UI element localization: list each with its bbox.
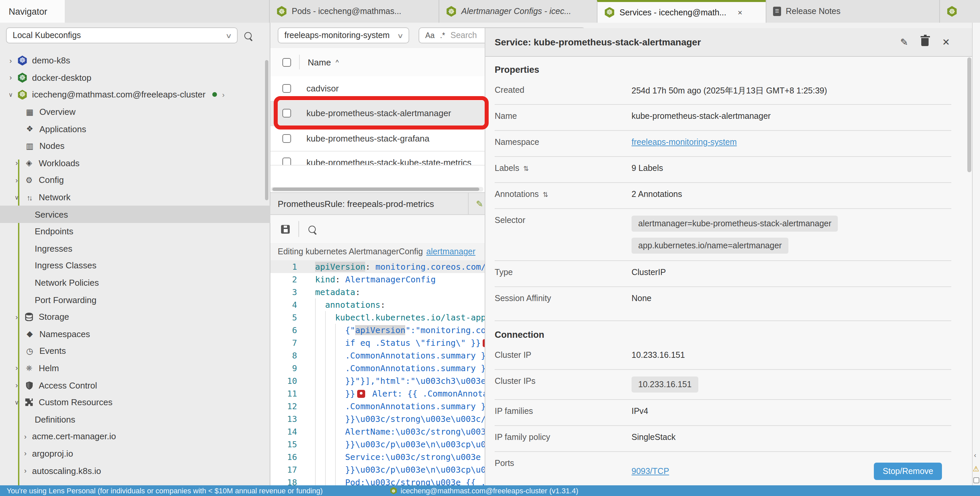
sidebar-item-docker-desktop[interactable]: ›☸docker-desktop bbox=[0, 69, 270, 86]
search-icon[interactable] bbox=[309, 225, 316, 233]
sidebar-item-label: Custom Resources bbox=[39, 397, 113, 407]
code-line-content: apiVersion: monitoring.coreos.com/v1 bbox=[297, 260, 496, 273]
edit-icon[interactable]: ✎ bbox=[900, 37, 908, 48]
sidebar-item-port-forwarding[interactable]: Port Forwarding bbox=[0, 291, 270, 308]
sidebar-item-services[interactable]: Services bbox=[0, 206, 270, 223]
kubeconfig-row: Local Kubeconfigs ∨ bbox=[0, 23, 270, 48]
document-icon: ☰ bbox=[773, 7, 781, 16]
name-column-header[interactable]: Name bbox=[308, 57, 331, 67]
chevron-down-icon: ∨ bbox=[225, 32, 232, 39]
sidebar-item-icecheng-mathmast-com-freeleaps-cluster[interactable]: ∨☸icecheng@mathmast.com@freeleaps-cluste… bbox=[0, 86, 270, 103]
sidebar-item-ingress-classes[interactable]: Ingress Classes bbox=[0, 257, 270, 274]
sidebar-item-workloads[interactable]: ›◈Workloads bbox=[0, 154, 270, 172]
close-icon[interactable]: × bbox=[738, 8, 742, 17]
search-icon[interactable] bbox=[244, 32, 252, 39]
horizontal-scrollbar[interactable] bbox=[271, 187, 483, 192]
tab-alertmanager-configs[interactable]: ☸Alertmanager Configs - icec... bbox=[439, 0, 597, 23]
chevron-down-icon[interactable]: ∨ bbox=[13, 399, 21, 405]
sidebar-item-ingresses[interactable]: Ingresses bbox=[0, 240, 270, 257]
sidebar-item-helm[interactable]: ›⎈Helm bbox=[0, 359, 270, 377]
detail-value-text: 9 Labels bbox=[632, 164, 663, 173]
regex-icon[interactable]: .* bbox=[440, 31, 445, 40]
chevron-right-icon[interactable]: › bbox=[21, 467, 29, 475]
namespace-select-value: freeleaps-monitoring-system bbox=[285, 31, 390, 40]
sidebar-item-access-control[interactable]: ›Access Control bbox=[0, 377, 270, 394]
row-checkbox[interactable] bbox=[282, 84, 291, 93]
sorter-icon[interactable]: ⇅ bbox=[523, 165, 529, 172]
sort-asc-icon[interactable]: ^ bbox=[336, 59, 339, 66]
chevron-right-icon[interactable]: › bbox=[13, 159, 21, 167]
tab-release-notes[interactable]: ☰Release Notes bbox=[766, 0, 939, 23]
chevron-right-icon[interactable]: › bbox=[21, 432, 29, 440]
tab-partial[interactable]: ☸ bbox=[939, 0, 980, 23]
chevron-right-icon[interactable]: › bbox=[13, 313, 21, 321]
chevron-right-icon[interactable]: › bbox=[222, 91, 224, 99]
select-all-checkbox[interactable] bbox=[282, 58, 291, 67]
indent-guide bbox=[335, 425, 345, 438]
chevron-right-icon[interactable]: › bbox=[13, 381, 21, 389]
chevron-right-icon[interactable]: › bbox=[7, 74, 15, 82]
trash-icon[interactable] bbox=[921, 38, 929, 46]
sidebar-item-overview[interactable]: ▦Overview bbox=[0, 103, 270, 121]
save-icon[interactable] bbox=[281, 225, 290, 233]
close-icon[interactable]: ✕ bbox=[942, 37, 950, 48]
indent-guide bbox=[315, 425, 325, 438]
row-checkbox[interactable] bbox=[282, 134, 291, 143]
search-placeholder: Search bbox=[450, 31, 477, 40]
indent-guide bbox=[315, 387, 325, 400]
stop-remove-button[interactable]: Stop/Remove bbox=[874, 463, 942, 480]
sidebar-item-storage[interactable]: ›Storage bbox=[0, 308, 270, 326]
sidebar-item-definitions[interactable]: Definitions bbox=[0, 411, 270, 428]
section-heading-properties: Properties bbox=[495, 56, 951, 79]
detail-label: Created bbox=[495, 86, 632, 95]
editing-resource-link[interactable]: alertmanager bbox=[426, 247, 475, 256]
detail-value: 10.233.16.151 bbox=[632, 377, 698, 393]
row-checkbox[interactable] bbox=[282, 157, 291, 165]
chevron-right-icon[interactable]: › bbox=[7, 57, 15, 65]
indent-guide bbox=[315, 324, 325, 337]
sidebar-scrollbar[interactable] bbox=[265, 60, 268, 200]
sidebar-item-label: Services bbox=[35, 209, 68, 219]
sidebar-item-custom-resources[interactable]: ∨Custom Resources bbox=[0, 394, 270, 411]
sidebar-item-label: autoscaling.k8s.io bbox=[32, 466, 101, 475]
drawer-scrollbar[interactable] bbox=[967, 57, 971, 172]
sidebar-item-label: Config bbox=[39, 175, 64, 185]
port-link[interactable]: 9093/TCP bbox=[632, 467, 669, 476]
chevron-down-icon[interactable]: ∨ bbox=[13, 194, 21, 200]
chevron-right-icon[interactable]: › bbox=[21, 450, 29, 458]
indent-guide bbox=[335, 324, 345, 337]
code-line-content: }}\u003c/strong\u003e\u003c/h3 bbox=[297, 413, 496, 425]
edit-icon[interactable]: ✎ bbox=[476, 199, 483, 208]
chevron-down-icon[interactable]: ∨ bbox=[7, 91, 15, 98]
detail-value: ClusterIP bbox=[632, 268, 666, 277]
sidebar-item-config[interactable]: ›⚙Config bbox=[0, 172, 270, 189]
match-case-icon[interactable]: Aa bbox=[425, 31, 434, 40]
sidebar-item-label: Access Control bbox=[39, 380, 97, 390]
sidebar-item-namespaces[interactable]: ◆Namespaces bbox=[0, 326, 270, 342]
sorter-icon[interactable]: ⇅ bbox=[543, 191, 549, 198]
sidebar-item-argoproj-io[interactable]: ›argoproj.io bbox=[0, 445, 270, 462]
kubernetes-icon: ☸ bbox=[18, 90, 27, 100]
namespace-select[interactable]: freeleaps-monitoring-system ∨ bbox=[278, 27, 409, 43]
namespace-link[interactable]: freeleaps-monitoring-system bbox=[632, 138, 737, 147]
sidebar-item-nodes[interactable]: ▥Nodes bbox=[0, 138, 270, 154]
sidebar-item-events[interactable]: ◷Events bbox=[0, 342, 270, 359]
sidebar-item-demo-k8s[interactable]: ›☸demo-k8s bbox=[0, 52, 270, 69]
code-segment: {" bbox=[345, 325, 355, 335]
sidebar-item-network-policies[interactable]: Network Policies bbox=[0, 274, 270, 291]
tab-pods-icecheng-mathma[interactable]: ☸Pods - icecheng@mathmas... bbox=[269, 0, 439, 23]
chevron-right-icon[interactable]: › bbox=[13, 364, 21, 372]
sidebar-item-network[interactable]: ∨↑↓Network bbox=[0, 189, 270, 206]
line-number: 15 bbox=[270, 439, 297, 449]
status-bar: You're using Lens Personal (for individu… bbox=[0, 485, 980, 496]
detail-value: None bbox=[632, 294, 652, 303]
kubeconfig-select[interactable]: Local Kubeconfigs ∨ bbox=[6, 27, 238, 43]
annotation-highlight-box bbox=[274, 96, 488, 129]
tab-services-icecheng-ma[interactable]: ☸Services - icecheng@math...× bbox=[597, 0, 766, 23]
sidebar-item-autoscaling-k8s-io[interactable]: ›autoscaling.k8s.io bbox=[0, 462, 270, 479]
chevron-left-icon: ‹ bbox=[974, 451, 976, 459]
sidebar-item-endpoints[interactable]: Endpoints bbox=[0, 223, 270, 240]
chevron-right-icon[interactable]: › bbox=[13, 176, 21, 184]
sidebar-item-applications[interactable]: ❖Applications bbox=[0, 121, 270, 138]
sidebar-item-acme-cert-manager-io[interactable]: ›acme.cert-manager.io bbox=[0, 428, 270, 445]
